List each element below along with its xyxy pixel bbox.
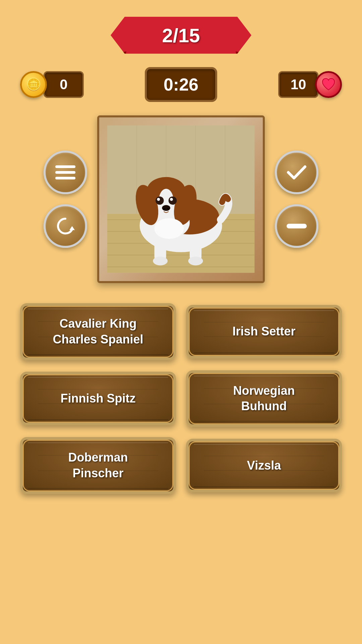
answer-finnish-spitz[interactable]: Finnish Spitz xyxy=(20,370,176,427)
answer-btn-inner: NorwegianBuhund xyxy=(186,370,342,427)
answer-norwegian-buhund[interactable]: NorwegianBuhund xyxy=(186,370,342,427)
answer-btn-inner: Finnish Spitz xyxy=(20,372,176,425)
answer-cavalier-king-charles[interactable]: Cavalier KingCharles Spaniel xyxy=(20,303,176,360)
svg-point-30 xyxy=(157,198,160,201)
check-button[interactable] xyxy=(275,151,318,194)
answer-label-5: DobermanPinscher xyxy=(68,450,128,481)
dog-image xyxy=(97,115,265,283)
answer-btn-inner: Cavalier KingCharles Spaniel xyxy=(20,303,176,360)
svg-rect-2 xyxy=(55,177,75,179)
svg-rect-0 xyxy=(55,165,75,168)
right-buttons xyxy=(275,151,318,248)
image-area xyxy=(20,115,342,283)
svg-rect-1 xyxy=(55,171,75,174)
coin-icon: 🪙 xyxy=(20,71,47,98)
answers-grid: Cavalier KingCharles Spaniel Irish Sette… xyxy=(20,303,342,494)
svg-point-33 xyxy=(163,208,166,210)
progress-banner: 2/15 xyxy=(111,13,251,57)
svg-point-29 xyxy=(169,197,177,205)
answer-label-3: Finnish Spitz xyxy=(61,391,136,407)
left-buttons xyxy=(44,151,87,248)
coin-count: 0 xyxy=(44,71,84,98)
svg-point-31 xyxy=(170,198,173,201)
svg-point-28 xyxy=(156,197,164,205)
answer-label-1: Cavalier KingCharles Spaniel xyxy=(53,316,143,347)
svg-point-35 xyxy=(155,218,184,239)
ribbon: 2/15 xyxy=(111,17,251,54)
dog-photo xyxy=(99,117,263,281)
stats-bar: 🪙 0 0:26 10 xyxy=(20,67,342,102)
answer-btn-inner: Vizsla xyxy=(186,439,342,492)
svg-point-21 xyxy=(153,257,168,265)
progress-text: 2/15 xyxy=(162,24,200,47)
refresh-button[interactable] xyxy=(44,204,87,248)
answer-label-6: Vizsla xyxy=(247,458,281,474)
svg-rect-36 xyxy=(287,224,307,228)
answer-irish-setter[interactable]: Irish Setter xyxy=(186,303,342,360)
heart-section: 10 xyxy=(278,71,342,98)
timer-display: 0:26 xyxy=(145,67,217,102)
heart-icon xyxy=(315,71,342,98)
heart-count: 10 xyxy=(278,71,318,98)
svg-point-34 xyxy=(167,208,169,210)
svg-point-22 xyxy=(188,257,203,265)
svg-marker-3 xyxy=(69,226,75,230)
list-button[interactable] xyxy=(44,151,87,194)
answer-vizsla[interactable]: Vizsla xyxy=(186,437,342,494)
answer-doberman-pinscher[interactable]: DobermanPinscher xyxy=(20,437,176,494)
svg-point-32 xyxy=(162,205,171,211)
answer-btn-inner: Irish Setter xyxy=(186,305,342,359)
answer-btn-inner: DobermanPinscher xyxy=(20,437,176,494)
answer-label-4: NorwegianBuhund xyxy=(233,383,295,415)
answer-label-2: Irish Setter xyxy=(232,324,295,339)
minus-button[interactable] xyxy=(275,204,318,248)
coin-section: 🪙 0 xyxy=(20,71,84,98)
